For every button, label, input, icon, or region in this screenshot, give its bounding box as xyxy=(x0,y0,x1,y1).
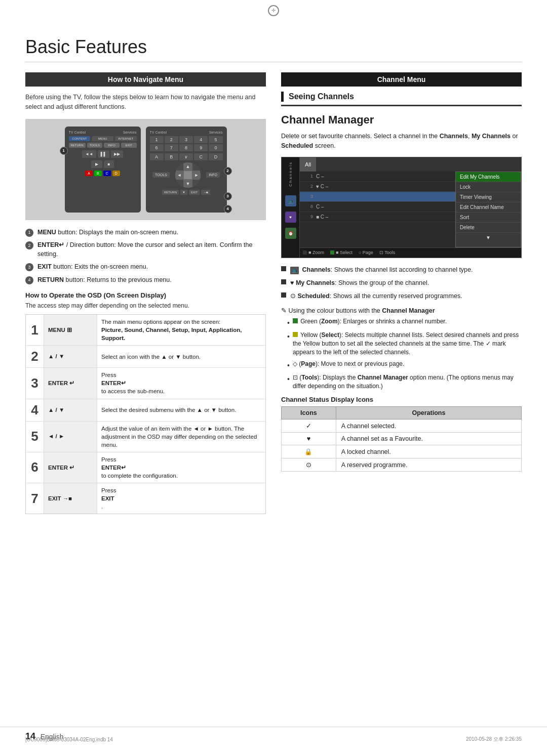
footer-left-meta: [UC9000]BN68-03034A-02Eng.indb 14 xyxy=(25,735,113,743)
status-row-clock: ⊙ A reserved programme. xyxy=(282,458,522,472)
osd-steps-table: 1 MENU ⊞ The main menu options appear on… xyxy=(25,314,266,514)
ctx-item-lock: Lock xyxy=(456,182,521,192)
ch-row-9: 9 ■ C – xyxy=(300,212,455,222)
channel-screen-mockup: Channels 📺 ♥ ⏰ All xyxy=(281,157,522,258)
right-column: Channel Menu Seeing Channels Channel Man… xyxy=(281,72,522,514)
ch-row-1: 1 C – xyxy=(300,172,455,182)
sub-bullet-page: • ◇ (Page): Move to next or previous pag… xyxy=(287,360,522,371)
channel-manager-title: Channel Manager xyxy=(281,113,522,127)
osd-step-2: 2 ▲ / ▼ Select an icon with the ▲ or ▼ b… xyxy=(26,346,265,368)
status-table-title: Channel Status Display Icons xyxy=(281,396,522,403)
remote-left: TV ControlServices CONTENT MENU INTERNET… xyxy=(65,127,141,213)
right-bullet-scheduled: ⊙ Scheduled: Shows all the currently res… xyxy=(281,291,522,301)
right-bullet-channels: 📺 Channels: Shows the channel list accor… xyxy=(281,265,522,274)
channel-menu-header: Channel Menu xyxy=(281,72,522,87)
ch-row-8: 8 C – xyxy=(300,202,455,212)
navigate-bullets: 1 MENU button: Displays the main on-scre… xyxy=(25,228,266,285)
navigate-menu-header: How to Navigate Menu xyxy=(25,72,266,87)
ch-main: All 1 C – 2 ♥ C – xyxy=(300,157,521,258)
ch-row-2: 2 ♥ C – xyxy=(300,182,455,192)
sub-bullet-zoom: • Green (Zoom): Enlarges or shrinks a ch… xyxy=(287,317,522,328)
ctx-item-more: ▼ xyxy=(456,233,521,242)
osd-step-6: 6 ENTER ↵ Press ENTER↵ to complete the c… xyxy=(26,452,265,483)
osd-step-4: 4 ▲ / ▼ Select the desired submenu with … xyxy=(26,399,265,422)
status-row-check: ✓ A channel selected. xyxy=(282,419,522,433)
marker-1: 1 xyxy=(60,147,68,155)
navigate-intro: Before using the TV, follow the steps be… xyxy=(25,93,266,112)
bullet-1: 1 MENU button: Displays the main on-scre… xyxy=(25,228,266,237)
sub-bullet-list: • Green (Zoom): Enlarges or shrinks a ch… xyxy=(287,317,522,391)
right-bullets: 📺 Channels: Shows the channel list accor… xyxy=(281,265,522,301)
bullet-2: 2 ENTER↵ / Direction button: Move the cu… xyxy=(25,241,266,259)
status-table-header-icons: Icons xyxy=(282,407,336,419)
remote-right: TV ControlServices 1 2 3 4 5 6 7 8 9 0 xyxy=(146,127,227,213)
osd-title: How to Operate the OSD (On Screen Displa… xyxy=(25,291,266,299)
status-table: Icons Operations ✓ A channel selected. ♥… xyxy=(281,406,522,472)
ctx-item-edit-name: Edit Channel Name xyxy=(456,202,521,213)
sub-bullet-select: • Yellow (Select): Selects multiple chan… xyxy=(287,331,522,356)
channel-manager-desc: Delete or set favourite channels. Select… xyxy=(281,132,522,151)
ctx-item-sort: Sort xyxy=(456,213,521,223)
remote-mockup-area: TV ControlServices CONTENT MENU INTERNET… xyxy=(25,119,266,220)
footer-date: 2010-05-28 오후 2:26:35 xyxy=(466,736,522,742)
ch-tabs: All xyxy=(300,157,521,172)
ch-sidebar: Channels 📺 ♥ ⏰ xyxy=(282,157,300,258)
ch-footer: ■ Zoom ■ Select ○ Page ⊡ Tools xyxy=(300,247,521,258)
ctx-item-edit: Edit My Channels xyxy=(456,172,521,182)
colour-button-note: ✎ Using the colour buttons with the Chan… xyxy=(281,307,522,391)
ch-context-menu: Edit My Channels Lock Timer Viewing Edit… xyxy=(455,172,521,247)
osd-step-3: 3 ENTER ↵ Press ENTER↵ to access the sub… xyxy=(26,368,265,399)
bullet-3: 3 EXIT button: Exits the on-screen menu. xyxy=(25,263,266,272)
marker-2: 2 xyxy=(224,167,232,175)
ctx-item-timer: Timer Viewing xyxy=(456,192,521,202)
status-row-lock: 🔒 A locked channel. xyxy=(282,445,522,458)
ch-list: 1 C – 2 ♥ C – 3 xyxy=(300,172,455,247)
seeing-channels-bar xyxy=(281,92,284,102)
seeing-channels-title: Seeing Channels xyxy=(281,92,522,106)
bullet-4: 4 RETURN button: Returns to the previous… xyxy=(25,276,266,285)
page-footer: 14 English [UC9000]BN68-03034A-02Eng.ind… xyxy=(0,727,547,746)
ctx-item-delete: Delete xyxy=(456,223,521,233)
right-bullet-my-channels: ♥ My Channels: Shows the group of the ch… xyxy=(281,278,522,287)
status-row-heart: ♥ A channel set as a Favourite. xyxy=(282,433,522,445)
osd-step-1: 1 MENU ⊞ The main menu options appear on… xyxy=(26,315,265,346)
left-column: How to Navigate Menu Before using the TV… xyxy=(25,72,266,514)
sub-bullet-tools: • ⊡ (Tools): Displays the Channel Manage… xyxy=(287,373,522,391)
ch-content: 1 C – 2 ♥ C – 3 xyxy=(300,172,521,247)
page-title: Basic Features xyxy=(25,36,522,62)
footer-file: [UC9000]BN68-03034A-02Eng.indb 14 xyxy=(25,737,113,742)
status-table-header-ops: Operations xyxy=(336,407,521,419)
osd-step-5: 5 ◄ / ► Adjust the value of an item with… xyxy=(26,422,265,452)
osd-step-7: 7 EXIT →■ Press EXIT. xyxy=(26,483,265,514)
osd-subtitle: The access step may differ depending on … xyxy=(25,302,266,309)
compass-icon: ✛ xyxy=(268,5,279,16)
footer-right-meta: 2010-05-28 오후 2:26:35 xyxy=(466,735,522,743)
marker-3: 3 xyxy=(224,192,232,200)
marker-4: 4 xyxy=(224,205,232,213)
ch-row-3: 3 xyxy=(300,192,455,202)
